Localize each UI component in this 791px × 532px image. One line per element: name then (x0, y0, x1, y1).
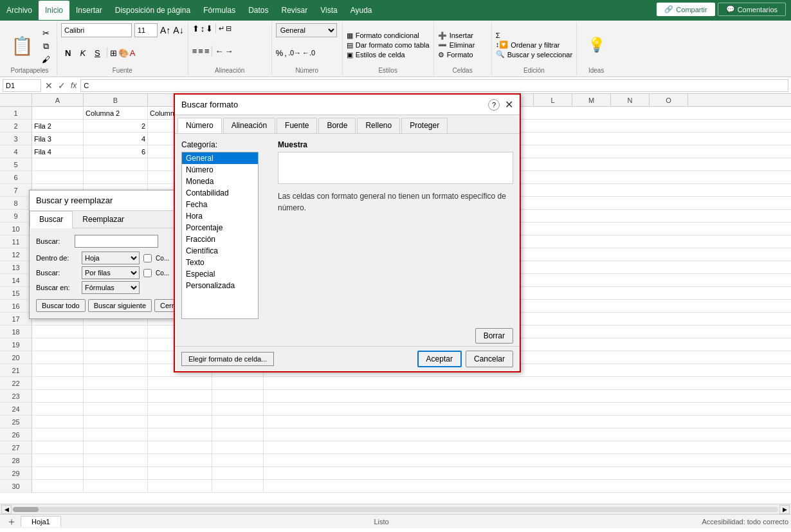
cell-a3[interactable]: Fila 3 (32, 133, 84, 145)
row-num[interactable]: 27 (0, 441, 32, 454)
align-left-button[interactable]: ≡ (192, 46, 197, 56)
cell[interactable] (212, 480, 264, 493)
scroll-left-arrow[interactable]: ◀ (1, 505, 12, 514)
row-num[interactable]: 22 (0, 377, 32, 390)
cell[interactable] (148, 403, 212, 416)
cell[interactable] (212, 390, 264, 403)
cell[interactable] (148, 390, 212, 403)
tab-vista[interactable]: Vista (314, 1, 343, 20)
cell[interactable] (84, 364, 148, 377)
tab-formulas[interactable]: Fórmulas (197, 1, 242, 20)
font-name-input[interactable] (61, 23, 132, 37)
cell[interactable] (84, 467, 148, 480)
borders-button[interactable]: ⊞ (110, 48, 117, 58)
cat-hora[interactable]: Hora (182, 210, 258, 222)
decrease-font-button[interactable]: A↓ (173, 25, 183, 35)
add-sheet-button[interactable]: ＋ (3, 515, 21, 529)
ideas-button[interactable]: 💡 (588, 37, 605, 53)
cell[interactable] (32, 326, 84, 338)
cell[interactable] (84, 454, 148, 467)
row-num[interactable]: 21 (0, 364, 32, 377)
cell[interactable] (84, 171, 148, 184)
coincidir-celda-checkbox[interactable] (143, 269, 152, 277)
font-size-input[interactable] (134, 23, 158, 37)
fr-tab-buscar[interactable]: Buscar (30, 211, 73, 228)
cell[interactable] (148, 416, 212, 428)
col-header-n[interactable]: N (611, 94, 650, 106)
row-num[interactable]: 28 (0, 454, 32, 467)
buscar-seleccionar-button[interactable]: 🔍Buscar y seleccionar (496, 50, 573, 59)
row-num[interactable]: 11 (0, 235, 32, 248)
number-format-select[interactable]: General (276, 23, 337, 37)
bf-tab-fuente[interactable]: Fuente (277, 118, 317, 133)
cat-moneda[interactable]: Moneda (182, 176, 258, 187)
row-num[interactable]: 3 (0, 133, 32, 145)
cell[interactable] (84, 403, 148, 416)
cat-personalizada[interactable]: Personalizada (182, 280, 258, 291)
cat-numero[interactable]: Número (182, 164, 258, 176)
tab-disposicion[interactable]: Disposición de página (109, 1, 197, 20)
comentarios-button[interactable]: 💬 Comentarios (718, 3, 786, 16)
cell[interactable] (84, 377, 148, 390)
row-num[interactable]: 4 (0, 145, 32, 158)
scroll-right-arrow[interactable]: ▶ (779, 505, 790, 514)
ordenar-filtrar-button[interactable]: ↕🔽Ordenar y filtrar (496, 41, 573, 49)
cell[interactable] (32, 158, 84, 171)
row-num[interactable]: 10 (0, 223, 32, 235)
bf-tab-numero[interactable]: Número (177, 118, 222, 133)
underline-button[interactable]: S (91, 47, 104, 59)
row-num[interactable]: 1 (0, 107, 32, 120)
copy-button[interactable]: ⧉ (39, 40, 53, 53)
cell[interactable] (32, 480, 84, 493)
scroll-track[interactable] (13, 507, 778, 512)
increase-decimal-button[interactable]: .0→ (288, 49, 301, 57)
cell[interactable] (84, 390, 148, 403)
bold-button[interactable]: N (61, 47, 75, 59)
col-header-a[interactable]: A (32, 94, 84, 106)
row-num[interactable]: 25 (0, 416, 32, 428)
cell[interactable] (148, 377, 212, 390)
cell[interactable] (84, 158, 148, 171)
font-color-button[interactable]: A (130, 48, 136, 58)
cell-b1[interactable]: Columna 2 (84, 107, 148, 120)
percent-button[interactable]: % (276, 48, 284, 58)
row-num[interactable]: 16 (0, 300, 32, 313)
cat-contabilidad[interactable]: Contabilidad (182, 187, 258, 199)
cancel-formula-icon[interactable]: ✕ (44, 80, 54, 91)
cell-b4[interactable]: 6 (84, 145, 148, 158)
categoria-list[interactable]: General Número Moneda Contabilidad Fecha… (181, 152, 259, 319)
cell[interactable] (32, 428, 84, 441)
scroll-thumb[interactable] (13, 507, 39, 512)
cell[interactable] (32, 454, 84, 467)
row-num[interactable]: 5 (0, 158, 32, 171)
fr-tab-reemplazar[interactable]: Reemplazar (73, 211, 134, 228)
decrease-decimal-button[interactable]: ←.0 (302, 49, 315, 57)
cat-texto[interactable]: Texto (182, 257, 258, 268)
row-num[interactable]: 14 (0, 274, 32, 287)
cat-cientifica[interactable]: Científica (182, 245, 258, 257)
col-header-b[interactable]: B (84, 94, 148, 106)
tab-inicio[interactable]: Inicio (39, 1, 69, 20)
tab-archivo[interactable]: Archivo (0, 1, 39, 20)
row-num[interactable]: 8 (0, 197, 32, 210)
cell[interactable] (32, 338, 84, 351)
row-num[interactable]: 2 (0, 120, 32, 133)
formato-condicional-button[interactable]: ▦Formato condicional (347, 32, 430, 40)
cut-button[interactable]: ✂ (39, 27, 53, 39)
merge-button[interactable]: ⊟ (226, 24, 232, 33)
cat-porcentaje[interactable]: Porcentaje (182, 222, 258, 234)
cell[interactable] (32, 171, 84, 184)
formula-input[interactable] (80, 79, 788, 92)
cell[interactable] (84, 338, 148, 351)
cell[interactable] (32, 403, 84, 416)
cell[interactable] (212, 454, 264, 467)
align-bottom-button[interactable]: ⬇ (206, 24, 213, 33)
insert-function-icon[interactable]: fx (69, 81, 78, 90)
eliminar-button[interactable]: ➖Eliminar (438, 41, 487, 50)
cell[interactable] (212, 403, 264, 416)
col-header-m[interactable]: M (572, 94, 611, 106)
tab-datos[interactable]: Datos (242, 1, 275, 20)
cell[interactable] (212, 416, 264, 428)
cell-a4[interactable]: Fila 4 (32, 145, 84, 158)
indent-right-button[interactable]: → (224, 46, 233, 56)
